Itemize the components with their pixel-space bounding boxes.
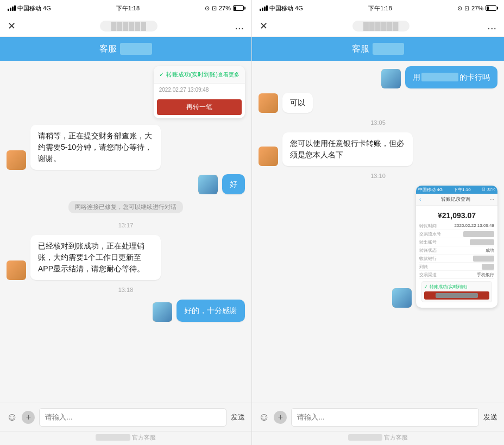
bubble-thanks: 好的，十分感谢 bbox=[177, 300, 245, 322]
phone-right: 中国移动 4G 下午1:18 ⊙ ⊡ 27% ✕ ██████ ... 客服 █… bbox=[252, 0, 504, 445]
nav-title-right: ██████ bbox=[352, 21, 410, 31]
avatar-agent-right-2 bbox=[259, 147, 278, 166]
close-button-right[interactable]: ✕ bbox=[260, 20, 275, 32]
timestamp-1318: 13:18 bbox=[7, 287, 245, 293]
battery-pct-left: 27% bbox=[219, 5, 231, 11]
row-val-4: ████银行 bbox=[473, 256, 494, 262]
timestamp-1317: 13:17 bbox=[7, 222, 245, 228]
screenshot-row-5: 到账 ████ bbox=[419, 263, 494, 271]
location-icon-right: ⊙ bbox=[457, 5, 462, 12]
carrier-text-right: 中国移动 4G bbox=[269, 4, 303, 12]
bubble-card-query: 用████的卡行吗 bbox=[405, 66, 497, 88]
row-label-1: 交易流水号 bbox=[419, 231, 441, 237]
row-label-5: 到账 bbox=[419, 264, 428, 270]
time-right: 下午1:18 bbox=[368, 4, 392, 12]
screenshot-row-0: 转账时间 2020.02.22 13:09:48 bbox=[419, 222, 494, 230]
msg-row-card-query: 用████的卡行吗 bbox=[259, 66, 497, 88]
more-button-left[interactable]: ... bbox=[235, 20, 244, 32]
avatar-agent-right-1 bbox=[259, 93, 278, 113]
more-button-right[interactable]: ... bbox=[487, 20, 496, 32]
bubble-ok: 好 bbox=[222, 174, 245, 194]
emoji-button-right[interactable]: ☺ bbox=[259, 411, 269, 423]
nav-bar-right: ✕ ██████ ... bbox=[252, 15, 504, 37]
screenshot-row-6: 交易渠道 手机银行 bbox=[419, 271, 494, 279]
carrier-text-left: 中国移动 4G bbox=[17, 4, 51, 12]
location-icon: ⊙ bbox=[205, 5, 210, 12]
screenshot-rows: 转账时间 2020.02.22 13:09:48 交易流水号 █████████… bbox=[419, 222, 494, 279]
footer-label-left: 官方客服 bbox=[132, 434, 156, 441]
screenshot-status-bar: 中国移动 4G 下午1:10 ⊡ 32% bbox=[416, 186, 497, 194]
carrier-left: 中国移动 4G bbox=[8, 4, 51, 12]
transfer-card-body: 2022.02.27 13:09:48 bbox=[154, 84, 245, 96]
screenshot-amount: ¥21,093.07 bbox=[419, 209, 494, 222]
msg-row-anycard: 您可以使用任意银行卡转账，但必须是您本人名下 bbox=[259, 132, 497, 166]
screenshot-row-3: 转账状态 成功 bbox=[419, 246, 494, 255]
footer-label-right: 官方客服 bbox=[384, 434, 408, 441]
system-msg-reconnect: 网络连接已修复，您可以继续进行对话 bbox=[68, 201, 183, 213]
signal-icon-right bbox=[260, 5, 268, 11]
msg-row-ok: 好 bbox=[7, 174, 245, 194]
emoji-button-left[interactable]: ☺ bbox=[7, 411, 17, 423]
msg-row-thanks: 好的，十分感谢 bbox=[7, 300, 245, 322]
msg-row-keyi: 可以 bbox=[259, 93, 497, 113]
input-field-right[interactable] bbox=[291, 408, 479, 427]
plus-button-right[interactable]: + bbox=[274, 411, 287, 424]
nav-bar-left: ✕ ██████ ... bbox=[0, 15, 251, 37]
transfer-card-header: ✓ 转账成功(实时到账) 查看更多 bbox=[154, 66, 245, 84]
avatar-user-2 bbox=[153, 302, 172, 322]
battery-icon-left bbox=[233, 5, 244, 11]
phone-left: 中国移动 4G 下午1:18 ⊙ ⊡ 27% ✕ ██████ ... 客服 █… bbox=[0, 0, 252, 445]
status-bar-right: 中国移动 4G 下午1:18 ⊙ ⊡ 27% bbox=[252, 0, 504, 15]
status-bar-left: 中国移动 4G 下午1:18 ⊙ ⊡ 27% bbox=[0, 0, 251, 15]
msg-row-screenshot: 中国移动 4G 下午1:10 ⊡ 32% ‹ 转账记录查询 ··· ¥21,09… bbox=[259, 186, 497, 308]
transfer-card: ✓ 转账成功(实时到账) 查看更多 2022.02.27 13:09:48 再转… bbox=[154, 66, 245, 118]
msg-row-transfer: ✓ 转账成功(实时到账) 查看更多 2022.02.27 13:09:48 再转… bbox=[7, 66, 245, 120]
screenshot-footer-btn: ████████ bbox=[424, 291, 489, 300]
plus-button-left[interactable]: + bbox=[22, 411, 35, 424]
avatar-agent-1 bbox=[7, 150, 26, 170]
signal-icon bbox=[8, 5, 16, 11]
input-field-left[interactable] bbox=[39, 408, 226, 427]
bubble-keyi: 可以 bbox=[282, 93, 313, 113]
row-val-2: ████████ bbox=[470, 239, 494, 245]
screenshot-card: 中国移动 4G 下午1:10 ⊡ 32% ‹ 转账记录查询 ··· ¥21,09… bbox=[416, 186, 497, 308]
nav-title-left: ██████ bbox=[100, 21, 158, 31]
header-label-left: 客服 bbox=[99, 43, 117, 55]
chat-header-left: 客服 ██ bbox=[0, 37, 251, 61]
screenshot-footer-success: ✓ 转账成功(实时到账) bbox=[424, 284, 489, 290]
status-icons-left: ⊙ ⊡ 27% bbox=[205, 5, 244, 12]
battery-pct-right: 27% bbox=[471, 5, 483, 11]
screenshot-row-1: 交易流水号 ██████████ bbox=[419, 230, 494, 238]
avatar-user-right-2 bbox=[392, 288, 412, 308]
avatar-agent-2 bbox=[7, 260, 26, 280]
screenshot-row-4: 收款银行 ████银行 bbox=[419, 255, 494, 263]
bubble-anycard: 您可以使用任意银行卡转账，但必须是您本人名下 bbox=[282, 132, 413, 166]
timestamp-1305: 13:05 bbox=[259, 119, 497, 126]
transfer-success-label: ✓ 转账成功(实时到账) bbox=[159, 71, 218, 79]
header-name-right: ██ bbox=[373, 43, 405, 55]
row-val-6: 手机银行 bbox=[477, 272, 494, 278]
input-bar-left: ☺ + 发送 bbox=[0, 403, 251, 431]
msg-row-verified: 已经核对到账成功，正在处理销账，大约需要1个工作日更新至APP显示结清，请您耐心… bbox=[7, 235, 245, 280]
chat-area-right[interactable]: 用████的卡行吗 可以 13:05 您可以使用任意银行卡转账，但必须是您本人名… bbox=[252, 61, 504, 403]
screenshot-footer-card: ✓ 转账成功(实时到账) ████████ bbox=[421, 281, 492, 302]
close-button-left[interactable]: ✕ bbox=[8, 20, 23, 32]
footer-blur-left: ████ bbox=[96, 434, 130, 441]
transfer-card-btn[interactable]: 再转一笔 bbox=[157, 99, 242, 115]
row-val-5: ████ bbox=[482, 264, 494, 270]
screenshot-nav: ‹ 转账记录查询 ··· bbox=[416, 194, 497, 206]
alarm-icon-right: ⊡ bbox=[464, 5, 469, 12]
send-button-right[interactable]: 发送 bbox=[483, 412, 497, 422]
avatar-user-right-1 bbox=[381, 69, 401, 88]
status-icons-right: ⊙ ⊡ 27% bbox=[457, 5, 496, 12]
avatar-user-1 bbox=[198, 175, 218, 194]
screenshot-row-2: 转出账号 ████████ bbox=[419, 238, 494, 246]
footer-left: ████ 官方客服 bbox=[0, 431, 251, 445]
footer-right: ████ 官方客服 bbox=[252, 431, 504, 445]
row-label-2: 转出账号 bbox=[419, 239, 437, 245]
row-label-6: 交易渠道 bbox=[419, 272, 437, 278]
row-val-0: 2020.02.22 13:09:48 bbox=[455, 223, 494, 229]
send-button-left[interactable]: 发送 bbox=[231, 412, 245, 422]
chat-area-left[interactable]: ✓ 转账成功(实时到账) 查看更多 2022.02.27 13:09:48 再转… bbox=[0, 61, 251, 403]
footer-blur-right: ████ bbox=[348, 434, 382, 441]
